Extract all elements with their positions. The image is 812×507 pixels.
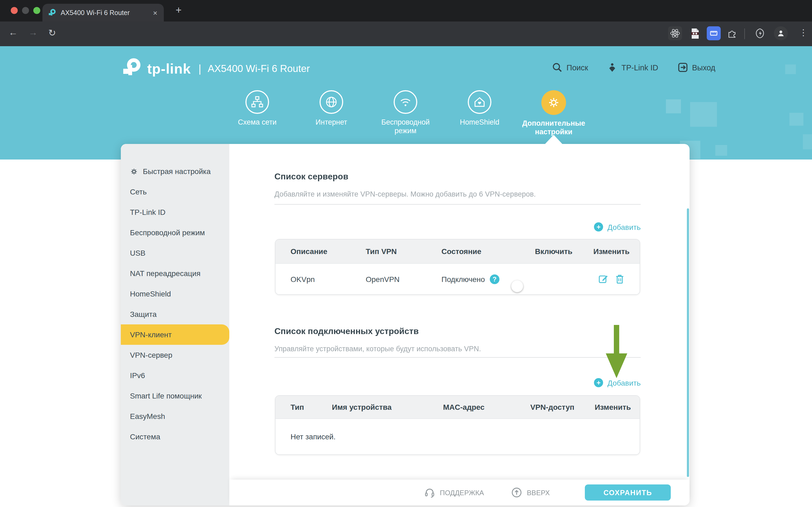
server-vpn-type: OpenVPN: [350, 275, 427, 283]
decor-square: [690, 102, 717, 127]
sidebar-item-system[interactable]: Система: [121, 427, 229, 447]
tplink-logo: [121, 58, 142, 79]
decor-square: [803, 134, 812, 149]
device-table: Тип Имя устройства MAC-адрес VPN-доступ …: [275, 395, 640, 455]
scroll-to-top-button[interactable]: ВВЕРХ: [511, 480, 550, 505]
search-action[interactable]: Поиск: [552, 62, 588, 72]
logout-action[interactable]: Выход: [678, 62, 715, 72]
globe-icon: [320, 90, 343, 114]
active-nav-pointer: [545, 135, 562, 144]
col-device-name: Имя устройства: [315, 403, 425, 411]
browser-toolbar: ← → ↻ Not Secure tplinkwifi.net/webpages…: [0, 21, 812, 46]
panel-scrollbar[interactable]: [687, 208, 689, 477]
new-tab-button[interactable]: +: [176, 4, 181, 16]
reload-button[interactable]: ↻: [48, 27, 56, 39]
screen: AX5400 Wi-Fi 6 Router × + ← → ↻ Not Secu…: [0, 0, 812, 507]
device-table-empty-row: Нет записей.: [276, 418, 640, 454]
sidebar-label: Сеть: [130, 187, 147, 196]
profile-avatar[interactable]: [774, 26, 788, 40]
search-icon: [552, 62, 562, 72]
sidebar-item-network[interactable]: Сеть: [121, 181, 229, 202]
toggle-knob: [511, 280, 523, 292]
mask-document-extension-icon[interactable]: [688, 26, 702, 40]
sidebar-label: Быстрая настройка: [143, 167, 211, 176]
col-vpn-access: VPN-доступ: [519, 403, 586, 411]
wifi-icon: [394, 90, 417, 114]
divider: [275, 204, 641, 205]
sidebar-item-usb[interactable]: USB: [121, 243, 229, 263]
sidebar-item-smart-life[interactable]: Smart Life помощник: [121, 386, 229, 406]
nav-item-advanced[interactable]: Дополнительные настройки: [517, 90, 591, 137]
server-table-header: Описание Тип VPN Состояние Включить Изме…: [276, 239, 640, 263]
tplink-favicon: [48, 8, 56, 17]
sidebar-item-tplink-id[interactable]: TP-Link ID: [121, 202, 229, 222]
settings-panel: Быстрая настройка Сеть TP-Link ID Беспро…: [121, 144, 690, 505]
tab-title: AX5400 Wi-Fi 6 Router: [61, 9, 152, 16]
col-edit: Изменить: [583, 247, 640, 256]
sidebar-item-vpn-server[interactable]: VPN-сервер: [121, 345, 229, 365]
server-table: Описание Тип VPN Состояние Включить Изме…: [275, 239, 640, 295]
router-model-title: AX5400 Wi-Fi 6 Router: [208, 63, 309, 75]
sidebar-item-nat[interactable]: NAT переадресация: [121, 263, 229, 284]
sidebar-item-security[interactable]: Защита: [121, 304, 229, 324]
search-label: Поиск: [567, 63, 588, 72]
device-list-title: Список подключенных устройств: [275, 327, 419, 336]
sitemap-icon: [245, 90, 269, 114]
sidebar-item-quick-setup[interactable]: Быстрая настройка: [121, 161, 229, 181]
edit-icon[interactable]: [598, 274, 608, 284]
browser-tab[interactable]: AX5400 Wi-Fi 6 Router ×: [43, 4, 164, 21]
tplink-id-action[interactable]: TP-Link ID: [607, 62, 658, 72]
delete-icon[interactable]: [615, 274, 625, 284]
energy-saver-icon[interactable]: [753, 26, 767, 40]
nav-item-network-map[interactable]: Схема сети: [220, 90, 294, 137]
col-edit: Изменить: [586, 403, 640, 411]
sidebar-label: Беспроводной режим: [130, 228, 205, 237]
col-enable: Включить: [524, 247, 583, 256]
header-actions: Поиск TP-Link ID Выход: [552, 62, 715, 72]
nav-item-wireless[interactable]: Беспроводной режим: [368, 90, 443, 137]
support-button[interactable]: ПОДДЕРЖКА: [424, 480, 484, 505]
extensions-puzzle-icon[interactable]: [725, 26, 739, 40]
sidebar-item-homeshield[interactable]: HomeShield: [121, 284, 229, 304]
forward-button[interactable]: →: [28, 27, 38, 38]
save-button[interactable]: СОХРАНИТЬ: [585, 485, 671, 501]
nav-item-homeshield[interactable]: HomeShield: [443, 90, 517, 137]
add-server-link[interactable]: + Добавить: [594, 222, 641, 231]
quick-setup-gear-icon: [130, 167, 138, 175]
nav-label: Дополнительные настройки: [518, 119, 589, 137]
sidebar-item-wireless[interactable]: Беспроводной режим: [121, 222, 229, 243]
toolbar-separator: [744, 29, 745, 39]
window-zoom-button[interactable]: [33, 7, 40, 14]
sidebar-label: VPN-сервер: [130, 351, 172, 359]
nav-label: Схема сети: [238, 118, 277, 127]
sidebar-label: Система: [130, 432, 160, 441]
col-vpn-type: Тип VPN: [350, 247, 427, 256]
browser-menu-icon[interactable]: ⋮: [799, 27, 808, 38]
sidebar-item-vpn-client[interactable]: VPN-клиент: [121, 324, 229, 345]
col-status: Состояние: [427, 247, 524, 256]
sidebar-label: Защита: [130, 310, 157, 319]
gear-icon: [541, 90, 566, 115]
window-minimize-button[interactable]: [22, 7, 29, 14]
server-table-row: OKVpn OpenVPN Подключено ?: [276, 263, 640, 294]
status-help-icon[interactable]: ?: [490, 274, 500, 284]
tab-close-icon[interactable]: ×: [152, 8, 159, 17]
headset-icon: [424, 487, 435, 498]
back-button[interactable]: ←: [9, 27, 18, 38]
ruler-extension-icon[interactable]: [707, 26, 721, 40]
col-mac: MAC-адрес: [425, 403, 519, 411]
brand-name: tp-link: [147, 60, 191, 77]
nav-item-internet[interactable]: Интернет: [294, 90, 368, 137]
sidebar-item-ipv6[interactable]: IPv6: [121, 365, 229, 386]
window-close-button[interactable]: [11, 7, 18, 14]
sidebar-label: VPN-клиент: [130, 330, 172, 339]
react-devtools-extension-icon[interactable]: [668, 26, 682, 40]
sidebar-label: IPv6: [130, 371, 145, 380]
decor-square: [785, 64, 796, 74]
server-list-title: Список серверов: [275, 172, 348, 181]
sidebar-label: EasyMesh: [130, 412, 165, 420]
decor-square: [715, 145, 727, 156]
plus-icon: +: [594, 222, 603, 231]
sidebar-item-easymesh[interactable]: EasyMesh: [121, 406, 229, 427]
sidebar-label: TP-Link ID: [130, 208, 165, 216]
